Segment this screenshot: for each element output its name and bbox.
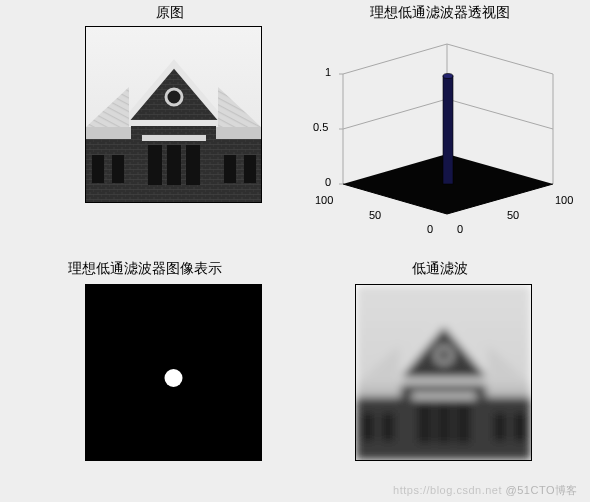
watermark-url: https://blog.csdn.net	[393, 484, 502, 496]
image-mask	[85, 284, 262, 461]
ftick-0: 0	[457, 223, 463, 235]
ftick-50: 50	[507, 209, 519, 221]
svg-line-30	[447, 44, 553, 74]
svg-rect-59	[494, 413, 506, 441]
panel-perspective: 理想低通滤波器透视图	[305, 4, 575, 21]
svg-rect-19	[186, 145, 200, 185]
svg-rect-58	[382, 413, 394, 441]
ltick-50: 50	[369, 209, 381, 221]
image-filtered	[355, 284, 532, 461]
subplot-title-1: 原图	[55, 4, 285, 21]
ftick-100: 100	[555, 194, 573, 206]
watermark-author: @51CTO博客	[506, 484, 578, 496]
svg-rect-60	[514, 413, 526, 441]
surface-plot	[305, 26, 575, 231]
ztick-0: 0	[325, 176, 331, 188]
svg-point-52	[436, 347, 452, 363]
svg-rect-57	[362, 413, 374, 441]
ztick-05: 0.5	[313, 121, 328, 133]
svg-rect-54	[437, 403, 451, 443]
ztick-1: 1	[325, 66, 331, 78]
svg-rect-53	[418, 403, 432, 443]
figure: 原图	[0, 0, 590, 502]
svg-rect-17	[148, 145, 162, 185]
panel-mask: 理想低通滤波器图像表示	[15, 260, 275, 277]
subplot-title-4: 低通滤波	[335, 260, 545, 277]
building-image	[86, 27, 261, 202]
svg-line-31	[343, 99, 447, 129]
filtered-svg	[356, 285, 531, 460]
svg-line-29	[343, 44, 447, 74]
ltick-0: 0	[427, 223, 433, 235]
svg-rect-21	[92, 155, 104, 183]
svg-point-41	[165, 369, 183, 387]
panel-original: 原图	[55, 4, 285, 21]
image-original	[85, 26, 262, 203]
svg-rect-56	[412, 393, 476, 399]
ltick-100: 100	[315, 194, 333, 206]
watermark: https://blog.csdn.net @51CTO博客	[393, 483, 578, 498]
subplot-title-3: 理想低通滤波器图像表示	[15, 260, 275, 277]
svg-rect-24	[244, 155, 256, 183]
svg-rect-18	[167, 145, 181, 185]
svg-point-16	[166, 89, 182, 105]
svg-rect-22	[112, 155, 124, 183]
svg-line-32	[447, 99, 553, 129]
svg-rect-20	[142, 135, 206, 141]
subplot-title-2: 理想低通滤波器透视图	[305, 4, 575, 21]
panel-filtered: 低通滤波	[335, 260, 545, 277]
svg-rect-38	[443, 76, 453, 184]
axes-3d: 1 0.5 0 100 50 0 0 50 100	[305, 26, 575, 231]
svg-rect-23	[224, 155, 236, 183]
svg-rect-55	[456, 403, 470, 443]
svg-point-39	[443, 74, 453, 79]
mask-svg	[86, 285, 261, 460]
